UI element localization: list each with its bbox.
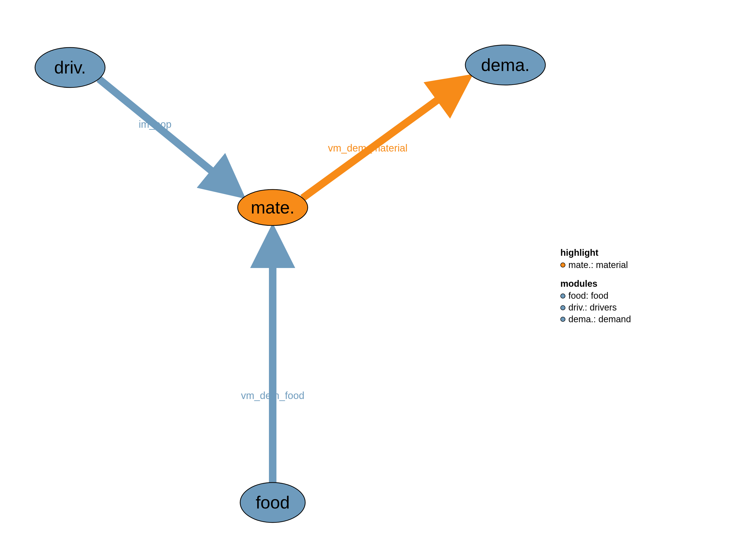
edge-vm-dem-food: vm_dem_food [241, 232, 304, 482]
legend-module-text: food: food [568, 290, 609, 302]
edge-label-vm-dem-material: vm_dem_material [328, 142, 408, 154]
node-dema: dema. [465, 45, 545, 85]
edge-im-pop: im_pop [99, 79, 239, 193]
legend-module-text: dema.: demand [568, 314, 631, 325]
legend-highlight-item: mate.: material [560, 259, 631, 271]
node-food: food [240, 482, 305, 523]
legend-module-item: food: food [560, 290, 631, 302]
legend-highlight-text: mate.: material [568, 259, 628, 271]
node-label-dema: dema. [481, 55, 530, 75]
node-label-food: food [256, 493, 290, 512]
edge-label-vm-dem-food: vm_dem_food [241, 390, 304, 401]
legend-modules-heading: modules [560, 278, 631, 290]
legend-dot-blue [560, 305, 565, 310]
node-label-mate: mate. [251, 198, 294, 217]
legend-highlight-heading: highlight [560, 247, 631, 259]
legend-dot-blue [560, 317, 565, 322]
module-dependency-graph: im_pop vm_dem_material vm_dem_food driv.… [0, 0, 747, 560]
node-driv: driv. [35, 48, 105, 87]
node-mate: mate. [238, 189, 308, 225]
svg-line-1 [303, 79, 466, 198]
legend-module-item: dema.: demand [560, 314, 631, 325]
node-label-driv: driv. [54, 58, 86, 77]
legend-dot-orange [560, 263, 565, 267]
svg-line-0 [99, 79, 239, 193]
legend: highlight mate.: material modules food: … [560, 240, 631, 325]
legend-dot-blue [560, 293, 565, 298]
edge-vm-dem-material: vm_dem_material [303, 79, 466, 198]
legend-module-text: driv.: drivers [568, 302, 617, 314]
edge-label-im-pop: im_pop [138, 119, 171, 130]
legend-module-item: driv.: drivers [560, 302, 631, 314]
